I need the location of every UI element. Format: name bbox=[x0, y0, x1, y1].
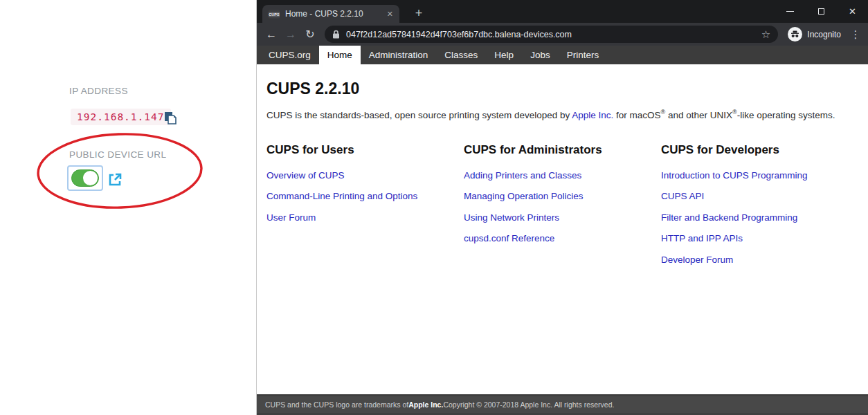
column-administrators-heading: CUPS for Administrators bbox=[464, 143, 654, 157]
intro-text-end: -like operating systems. bbox=[737, 110, 835, 120]
lock-icon bbox=[332, 30, 340, 39]
footer-text-pre: CUPS and the CUPS logo are trademarks of bbox=[265, 400, 408, 409]
nav-item-administration[interactable]: Administration bbox=[361, 46, 437, 64]
nav-item-jobs[interactable]: Jobs bbox=[522, 46, 559, 64]
link-command-line-printing[interactable]: Command-Line Printing and Options bbox=[266, 191, 457, 201]
link-http-ipp-apis[interactable]: HTTP and IPP APIs bbox=[661, 233, 851, 243]
ip-address-value: 192.168.1.147 bbox=[71, 109, 171, 125]
link-developer-forum[interactable]: Developer Forum bbox=[661, 255, 851, 265]
nav-item-help[interactable]: Help bbox=[486, 46, 522, 64]
bookmark-star-icon[interactable]: ☆ bbox=[761, 28, 770, 41]
link-managing-policies[interactable]: Managing Operation Policies bbox=[464, 191, 654, 201]
intro-text-pre: CUPS is the standards-based, open source… bbox=[266, 110, 572, 120]
column-administrators: CUPS for Administrators Adding Printers … bbox=[464, 143, 661, 276]
apple-inc-link[interactable]: Apple Inc. bbox=[572, 110, 613, 120]
browser-window: CUPS Home - CUPS 2.2.10 ✕ + ✕ ← → ↻ 047f… bbox=[256, 0, 868, 415]
nav-item-classes[interactable]: Classes bbox=[436, 46, 486, 64]
incognito-badge: Incognito bbox=[788, 27, 841, 42]
link-filter-backend-programming[interactable]: Filter and Backend Programming bbox=[661, 212, 851, 223]
incognito-label: Incognito bbox=[807, 30, 841, 39]
cups-favicon-icon: CUPS bbox=[269, 10, 280, 19]
link-network-printers[interactable]: Using Network Printers bbox=[464, 212, 654, 223]
url-text[interactable]: 047f2d12ad57841942d4f703ef6b7dbc.balena-… bbox=[346, 30, 755, 39]
toggle-track[interactable] bbox=[71, 169, 99, 187]
footer-text-post: Copyright © 2007-2018 Apple Inc. All rig… bbox=[443, 400, 614, 409]
new-tab-button[interactable]: + bbox=[409, 4, 428, 22]
reload-button[interactable]: ↻ bbox=[301, 26, 319, 44]
toggle-knob bbox=[83, 171, 98, 185]
maximize-button[interactable] bbox=[806, 0, 837, 23]
intro-paragraph: CUPS is the standards-based, open source… bbox=[266, 109, 858, 120]
minimize-button[interactable] bbox=[775, 0, 806, 23]
link-cupsd-conf-reference[interactable]: cupsd.conf Reference bbox=[464, 233, 654, 243]
external-link-icon bbox=[107, 178, 123, 190]
screenshot-root: { "device_panel": { "ip_label": "IP ADDR… bbox=[0, 0, 868, 415]
browser-toolbar: ← → ↻ 047f2d12ad57841942d4f703ef6b7dbc.b… bbox=[257, 23, 868, 46]
page-content: CUPS 2.2.10 CUPS is the standards-based,… bbox=[257, 64, 868, 394]
column-developers: CUPS for Developers Introduction to CUPS… bbox=[661, 143, 858, 276]
ip-address-label: IP ADDRESS bbox=[69, 86, 128, 96]
page-title: CUPS 2.2.10 bbox=[266, 80, 858, 98]
footer-apple-link[interactable]: Apple Inc. bbox=[408, 400, 443, 409]
close-icon: ✕ bbox=[849, 7, 856, 16]
tab-close-icon[interactable]: ✕ bbox=[387, 10, 393, 19]
nav-item-home[interactable]: Home bbox=[319, 46, 361, 64]
open-public-url-button[interactable] bbox=[107, 172, 123, 187]
device-panel: IP ADDRESS 192.168.1.147 PUBLIC DEVICE U… bbox=[0, 0, 256, 415]
public-url-toggle[interactable] bbox=[67, 165, 103, 191]
window-controls: ✕ bbox=[775, 0, 868, 23]
registered-mark: ® bbox=[732, 109, 737, 116]
address-bar[interactable]: 047f2d12ad57841942d4f703ef6b7dbc.balena-… bbox=[325, 26, 778, 43]
maximize-icon bbox=[818, 8, 824, 15]
copy-icon bbox=[163, 116, 178, 128]
copy-ip-button[interactable] bbox=[163, 111, 178, 126]
minimize-icon bbox=[786, 11, 794, 12]
link-overview-of-cups[interactable]: Overview of CUPS bbox=[266, 170, 457, 181]
forward-button[interactable]: → bbox=[282, 26, 300, 44]
back-button[interactable]: ← bbox=[262, 26, 280, 44]
nav-item-printers[interactable]: Printers bbox=[559, 46, 608, 64]
close-button[interactable]: ✕ bbox=[837, 0, 868, 23]
public-device-url-label: PUBLIC DEVICE URL bbox=[69, 149, 166, 160]
intro-text-mid1: for macOS bbox=[613, 110, 660, 120]
browser-tab[interactable]: CUPS Home - CUPS 2.2.10 ✕ bbox=[262, 5, 399, 23]
column-developers-heading: CUPS for Developers bbox=[661, 143, 851, 157]
nav-item-cups-org[interactable]: CUPS.org bbox=[260, 46, 319, 64]
browser-menu-button[interactable]: ⋮ bbox=[849, 28, 862, 41]
browser-titlebar: CUPS Home - CUPS 2.2.10 ✕ + ✕ bbox=[257, 0, 868, 23]
site-footer: CUPS and the CUPS logo are trademarks of… bbox=[257, 394, 868, 415]
link-intro-cups-programming[interactable]: Introduction to CUPS Programming bbox=[661, 170, 851, 181]
tab-title: Home - CUPS 2.2.10 bbox=[285, 9, 381, 19]
link-cups-api[interactable]: CUPS API bbox=[661, 191, 851, 201]
column-users: CUPS for Users Overview of CUPS Command-… bbox=[266, 143, 464, 276]
cups-site-nav: CUPS.org Home Administration Classes Hel… bbox=[257, 46, 868, 64]
intro-text-mid2: and other UNIX bbox=[665, 110, 732, 120]
incognito-icon bbox=[788, 27, 802, 42]
link-columns: CUPS for Users Overview of CUPS Command-… bbox=[266, 143, 858, 276]
link-user-forum[interactable]: User Forum bbox=[266, 212, 457, 223]
link-adding-printers[interactable]: Adding Printers and Classes bbox=[464, 170, 654, 181]
column-users-heading: CUPS for Users bbox=[266, 143, 457, 157]
